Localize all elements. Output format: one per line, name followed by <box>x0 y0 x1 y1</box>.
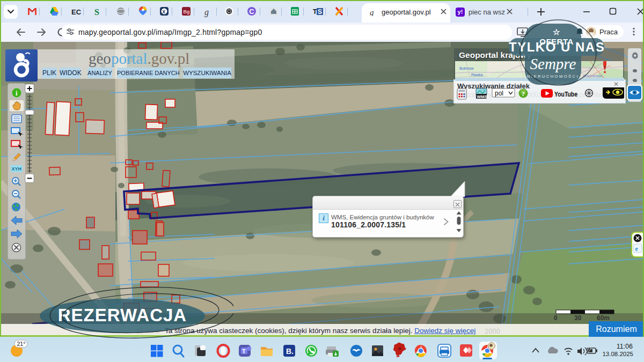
svg-text:EC: EC <box>71 8 82 16</box>
svg-text:C: C <box>249 8 254 16</box>
svg-text:Bg: Bg <box>184 9 190 14</box>
svg-text:21°: 21° <box>17 341 26 347</box>
svg-text:pol: pol <box>495 90 503 97</box>
svg-text:YouTube: YouTube <box>554 90 577 98</box>
svg-text:30: 30 <box>574 314 582 322</box>
svg-text:0: 0 <box>554 314 558 322</box>
svg-text:WMS: WMS <box>477 94 488 99</box>
svg-text:Rawka: Rawka <box>471 73 483 77</box>
svg-text:g: g <box>370 8 374 16</box>
svg-text:?: ? <box>522 90 525 98</box>
svg-text:e: e <box>635 245 639 253</box>
svg-text:B.: B. <box>286 347 294 356</box>
svg-text:S: S <box>94 8 99 17</box>
svg-text:13.08.2025: 13.08.2025 <box>602 351 633 357</box>
svg-text:11:06: 11:06 <box>617 343 633 350</box>
svg-text:i: i <box>16 89 18 97</box>
svg-text:Bolimów: Bolimów <box>459 67 474 70</box>
svg-text:g: g <box>204 8 209 17</box>
svg-text:T: T <box>313 8 317 16</box>
svg-text:x: x <box>163 9 166 14</box>
svg-text:60m: 60m <box>597 314 610 322</box>
svg-text:XYH: XYH <box>12 166 22 172</box>
svg-text:T: T <box>242 348 246 354</box>
svg-text:S: S <box>318 8 322 16</box>
